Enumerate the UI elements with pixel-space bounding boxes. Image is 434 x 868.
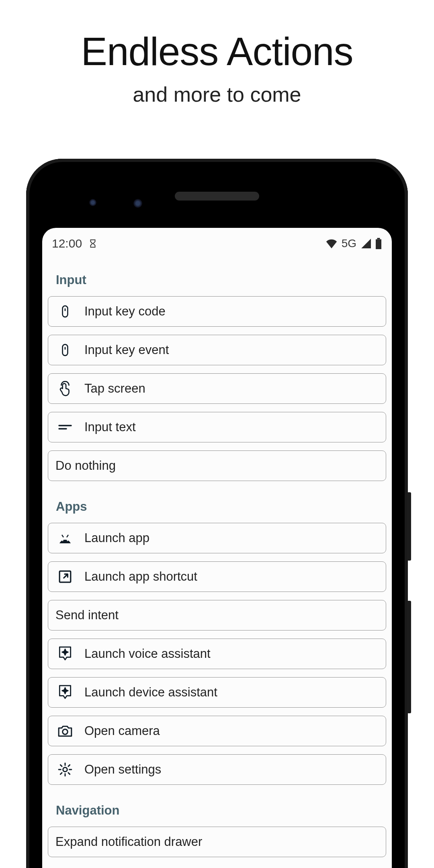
hero-title: Endless Actions [0,29,434,74]
svg-point-8 [62,540,63,541]
action-open-settings[interactable]: Open settings [48,754,386,785]
action-label: Input text [84,420,136,434]
phone-speaker [175,192,259,201]
hero-subtitle: and more to come [0,82,434,106]
action-input-key-event[interactable]: Input key event [48,335,386,365]
action-tap-screen[interactable]: Tap screen [48,373,386,404]
camera-icon [55,723,75,739]
action-send-intent[interactable]: Send intent [48,600,386,631]
action-input-key-code[interactable]: Input key code [48,296,386,327]
action-label: Send intent [55,608,119,622]
svg-rect-2 [63,306,68,317]
action-input-text[interactable]: Input text [48,412,386,442]
section-header-input: Input [48,262,386,296]
gear-icon [55,762,75,778]
action-expand-notification-drawer[interactable]: Expand notification drawer [48,827,386,857]
side-button-1 [407,492,411,561]
action-label: Launch voice assistant [84,647,211,661]
action-label: Expand notification drawer [55,835,202,849]
action-label: Open settings [84,762,161,777]
action-label: Do nothing [55,459,116,473]
action-label: Tap screen [84,381,145,396]
svg-point-11 [63,729,68,735]
svg-rect-0 [376,240,381,250]
key-icon [55,342,75,358]
status-bar: 12:00 5G [42,228,392,254]
assistant-icon [55,646,75,662]
wifi-icon [326,239,338,248]
short-text-icon [55,419,75,435]
action-launch-app[interactable]: Launch app [48,523,386,553]
action-label: Launch device assistant [84,685,217,700]
action-label: Open camera [84,724,160,738]
action-do-nothing[interactable]: Do nothing [48,450,386,481]
action-launch-app-shortcut[interactable]: Launch app shortcut [48,561,386,592]
status-time: 12:00 [52,237,82,250]
phone-screen: 12:00 5G [42,228,392,868]
battery-icon [375,238,382,249]
action-label: Input key event [84,343,169,357]
section-header-apps: Apps [48,489,386,523]
side-button-2 [407,601,411,713]
signal-icon [360,239,371,248]
phone-camera-1 [89,199,96,206]
svg-point-9 [67,540,68,541]
phone-frame: 12:00 5G [26,159,408,868]
action-open-camera[interactable]: Open camera [48,716,386,746]
svg-point-12 [63,768,68,772]
svg-rect-4 [63,344,68,356]
sync-icon [88,238,97,249]
svg-rect-1 [377,238,380,240]
open-in-new-icon [55,569,75,585]
phone-camera-2 [133,199,142,208]
action-label: Launch app [84,531,149,545]
action-label: Input key code [84,304,166,319]
section-header-navigation: Navigation [48,793,386,827]
action-launch-device-assistant[interactable]: Launch device assistant [48,677,386,708]
action-launch-voice-assistant[interactable]: Launch voice assistant [48,639,386,669]
key-icon [55,303,75,319]
assistant-icon [55,684,75,700]
network-label: 5G [342,237,356,250]
touch-icon [55,381,75,397]
android-icon [55,530,75,546]
action-label: Launch app shortcut [84,569,197,584]
